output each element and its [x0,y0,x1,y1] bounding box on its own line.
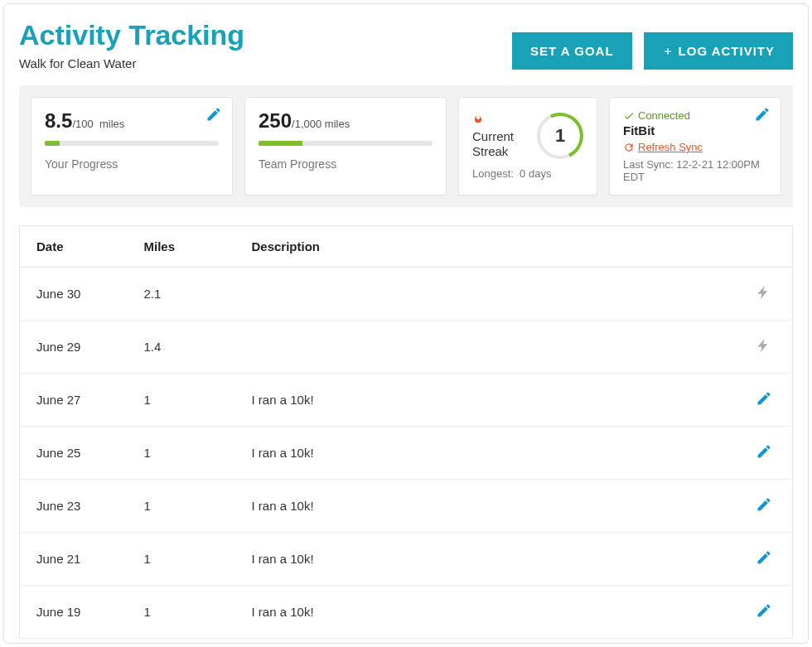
team-progress-fill [259,141,302,146]
refresh-icon [623,142,635,153]
col-description: Description [235,226,740,268]
edit-row-button[interactable] [756,607,772,621]
edit-sync-button[interactable] [754,106,771,126]
your-progress-unit: miles [99,118,124,130]
page-title: Activity Tracking [19,19,244,51]
set-goal-button[interactable]: SET A GOAL [512,32,632,70]
log-activity-label: LOG ACTIVITY [679,44,775,58]
team-progress-value: 250 [259,109,292,132]
table-row: June 291.4 [20,321,793,374]
table-row: June 302.1 [20,268,793,321]
row-miles: 1 [128,374,235,427]
flame-icon [472,113,529,128]
bolt-icon [756,337,772,354]
col-date: Date [20,226,128,268]
streak-card: Current Streak 1 Longest: 0 days [458,97,597,196]
your-progress-value: 8.5 [45,109,72,132]
plus-icon [662,46,674,57]
team-progress-label: Team Progress [259,157,433,171]
team-progress-unit: miles [325,118,350,130]
row-miles: 1 [128,533,235,586]
auto-sync-icon [756,289,772,303]
streak-longest-value: 0 days [520,167,551,180]
bolt-icon [756,284,772,301]
team-progress-total: 1,000 [295,118,322,130]
table-row: June 191I ran a 10k! [20,586,793,639]
row-date: June 27 [20,374,128,427]
row-date: June 29 [20,321,128,374]
row-description: I ran a 10k! [235,427,740,480]
row-miles: 1 [128,586,235,639]
log-activity-button[interactable]: LOG ACTIVITY [644,32,793,70]
streak-title: Current Streak [472,129,529,159]
pencil-icon [205,106,222,123]
row-description: I ran a 10k! [235,480,740,533]
table-row: June 251I ran a 10k! [20,427,793,480]
row-date: June 30 [20,268,128,321]
row-date: June 25 [20,427,128,480]
auto-sync-icon [756,342,772,356]
your-progress-total: 100 [75,118,94,130]
pencil-icon [756,602,772,619]
your-progress-card: 8.5/100 miles Your Progress [31,97,233,196]
page-subtitle: Walk for Clean Water [19,56,244,70]
last-sync: Last Sync: 12-2-21 12:00PM EDT [623,158,767,183]
table-row: June 211I ran a 10k! [20,533,793,586]
row-description: I ran a 10k! [235,374,740,427]
row-description: I ran a 10k! [235,586,740,639]
check-icon [623,110,635,122]
row-date: June 23 [20,480,128,533]
streak-longest-label: Longest: [472,167,514,180]
sync-device: FitBit [623,123,767,138]
edit-row-button[interactable] [756,448,772,462]
streak-value: 1 [555,125,565,147]
set-goal-label: SET A GOAL [530,44,614,58]
pencil-icon [756,496,772,513]
edit-your-progress-button[interactable] [205,106,222,126]
row-description: I ran a 10k! [235,533,740,586]
your-progress-label: Your Progress [45,157,219,171]
sync-card: Connected FitBit Refresh Sync Last Sync:… [609,97,781,196]
your-progress-bar [45,141,219,146]
row-date: June 19 [20,586,128,639]
row-description [235,321,740,374]
team-progress-bar [259,141,433,146]
table-row: June 271I ran a 10k! [20,374,793,427]
col-miles: Miles [128,226,235,268]
row-miles: 1.4 [128,321,235,374]
pencil-icon [756,390,772,407]
table-row: June 231I ran a 10k! [20,480,793,533]
edit-row-button[interactable] [756,554,772,568]
row-date: June 21 [20,533,128,586]
your-progress-fill [45,141,60,146]
streak-ring: 1 [537,113,583,159]
summary-cards: 8.5/100 miles Your Progress 250/1,000 mi… [19,85,793,207]
refresh-sync-link[interactable]: Refresh Sync [638,141,703,153]
row-miles: 1 [128,427,235,480]
pencil-icon [756,549,772,566]
activity-table: Date Miles Description June 302.1June 29… [19,225,793,639]
edit-row-button[interactable] [756,501,772,515]
pencil-icon [756,443,772,460]
row-miles: 2.1 [128,268,235,321]
connected-label: Connected [638,109,690,122]
edit-row-button[interactable] [756,395,772,409]
row-miles: 1 [128,480,235,533]
team-progress-card: 250/1,000 miles Team Progress [244,97,447,196]
row-description [235,268,740,321]
pencil-icon [754,106,771,123]
